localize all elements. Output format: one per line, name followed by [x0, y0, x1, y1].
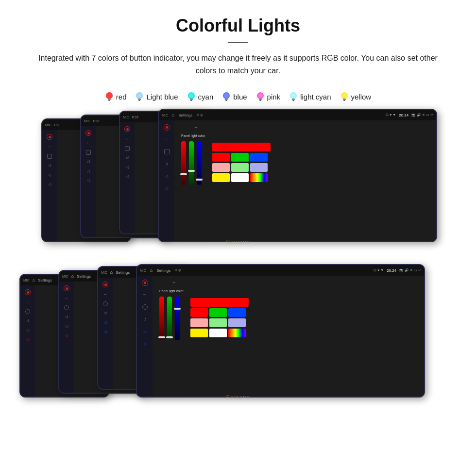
title-divider [228, 42, 248, 43]
svg-rect-7 [138, 100, 140, 101]
svg-rect-15 [225, 100, 227, 101]
color-item-lightblue: Light blue [135, 91, 178, 102]
bottom-device-card-4-main: MIC ⌂ Settings ⚙ ψ ⊡ ♥ ▼ 20:24 📷 🔊 ✕ ▭ ↩ [136, 264, 425, 398]
svg-rect-3 [108, 100, 110, 101]
bulb-icon-cyan [187, 91, 196, 102]
color-label-lightblue: Light blue [146, 93, 178, 101]
page-description: Integrated with 7 colors of button indic… [29, 52, 447, 77]
svg-point-1 [106, 92, 113, 99]
panel-light-label: Panel light color [181, 134, 205, 137]
svg-rect-18 [259, 99, 262, 100]
clock-display: 20:24 [399, 113, 408, 117]
back-arrow-top: ← [194, 125, 198, 130]
color-item-blue: blue [222, 91, 247, 102]
color-label-cyan: cyan [198, 93, 214, 101]
svg-rect-19 [259, 100, 261, 101]
color-label-yellow: yellow [351, 93, 372, 101]
bottom-device-section: MIC ⌂ Settings ← ↺ ◁ ◁ [0, 264, 476, 419]
settings-label-top: Settings [178, 113, 192, 117]
svg-rect-23 [292, 100, 294, 101]
panel-light-label-bottom: Panel light color [159, 289, 184, 293]
color-label-red: red [116, 93, 127, 101]
top-device-section: MIC RST ⌂ ← ↺ [0, 109, 476, 259]
bulb-icon-red [105, 91, 114, 102]
bulb-icon-lightblue [135, 91, 144, 102]
bulb-icon-yellow [340, 91, 349, 102]
svg-rect-26 [343, 99, 346, 100]
svg-rect-14 [225, 99, 228, 100]
svg-rect-6 [138, 99, 141, 100]
color-item-cyan: cyan [187, 91, 214, 102]
page-header: Colorful Lights Integrated with 7 colors… [0, 0, 476, 84]
color-item-yellow: yellow [340, 91, 372, 102]
svg-point-25 [342, 93, 347, 98]
svg-point-21 [291, 93, 296, 98]
bulb-icon-lightcyan [289, 91, 298, 102]
svg-point-9 [189, 93, 194, 98]
page-title: Colorful Lights [29, 16, 447, 36]
svg-rect-10 [190, 99, 193, 100]
svg-point-13 [224, 93, 229, 98]
svg-point-17 [258, 93, 263, 98]
bulb-icon-blue [222, 91, 231, 102]
color-indicators-row: red Light blue cyan blue [0, 84, 476, 109]
color-item-lightcyan: light cyan [289, 91, 331, 102]
svg-rect-27 [343, 100, 345, 101]
bulb-icon-pink [256, 91, 265, 102]
svg-rect-2 [108, 99, 111, 100]
bottom-device-stack: MIC ⌂ Settings ← ↺ ◁ ◁ [15, 264, 461, 405]
color-item-red: red [105, 91, 127, 102]
svg-rect-22 [292, 99, 295, 100]
color-label-pink: pink [267, 93, 281, 101]
color-label-blue: blue [233, 93, 247, 101]
color-item-pink: pink [256, 91, 281, 102]
svg-rect-11 [190, 100, 192, 101]
device-card-4-main: MIC ⌂ Settings ⚙ ψ ⊡ ♥ ▼ 20:24 📷 🔊 ✕ ▭ ↩ [158, 109, 437, 242]
svg-point-5 [137, 93, 142, 98]
color-label-lightcyan: light cyan [300, 93, 331, 101]
top-device-stack: MIC RST ⌂ ← ↺ [15, 109, 461, 249]
